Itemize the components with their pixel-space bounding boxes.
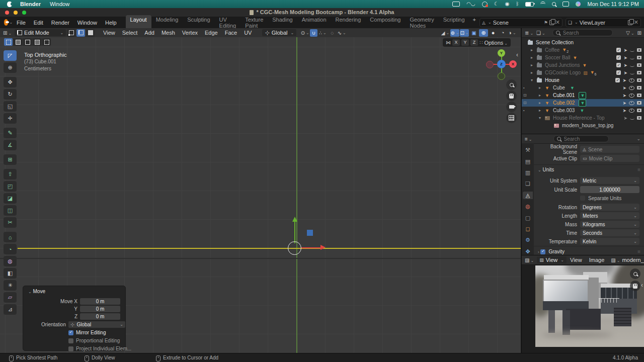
menu-view[interactable]: View <box>100 30 119 36</box>
rotate-tool[interactable]: ↻ <box>4 89 17 100</box>
render-visibility-icon[interactable] <box>637 116 641 120</box>
camera-view-button[interactable] <box>506 102 517 112</box>
pivot-point-button[interactable]: ⊙⌄ <box>300 29 309 37</box>
render-visibility-icon[interactable] <box>637 86 641 89</box>
select-invert-button[interactable] <box>33 38 41 46</box>
vertex-select-button[interactable] <box>67 29 75 37</box>
exclude-checkbox[interactable]: ✓ <box>616 70 621 75</box>
shrink-fatten-tool[interactable]: ✳ <box>4 280 17 291</box>
select-set-button[interactable] <box>4 38 13 46</box>
outliner-row-cgcookie-logo[interactable]: ▸ CGCookie Logo ▨▼6 ✓➤ <box>522 69 644 76</box>
gizmo-x-neg-ball[interactable] <box>486 61 494 68</box>
select-extend-button[interactable] <box>14 38 22 46</box>
temperature-dropdown[interactable]: Kelvin⌄ <box>580 238 639 245</box>
gizmo-y-neg-ball[interactable] <box>498 72 505 80</box>
menu-vertex[interactable]: Vertex <box>179 30 201 36</box>
tab-geometry-nodes[interactable]: Geometry Nodes <box>405 15 438 30</box>
screen-record-icon[interactable] <box>482 2 488 7</box>
unlink-scene-icon[interactable]: ✕ <box>555 19 560 26</box>
move-gizmo-plane-handle[interactable] <box>307 230 313 236</box>
tab-shading[interactable]: Shading <box>268 15 297 30</box>
outliner-row-soccer-ball[interactable]: ▸ Soccer Ball ▼ ✓➤ <box>522 54 644 61</box>
control-center-icon[interactable] <box>576 2 581 7</box>
shading-rendered-button[interactable]: ◑⌄ <box>508 29 517 37</box>
menu-render[interactable]: Render <box>47 20 73 26</box>
move-tool[interactable]: ✥ <box>4 77 17 87</box>
selectable-icon[interactable]: ➤ <box>622 85 626 90</box>
display-mode-icon[interactable]: ❏⌄ <box>536 30 545 36</box>
unit-scale-field[interactable]: 1.000000 <box>580 186 639 193</box>
image-pan-button[interactable] <box>630 281 640 291</box>
tab-modeling[interactable]: Modeling <box>151 15 183 30</box>
move-panel-header[interactable]: ⌄ Move <box>23 286 125 295</box>
blender-logo-icon[interactable] <box>4 19 8 26</box>
render-visibility-icon[interactable] <box>637 56 641 59</box>
menu-window[interactable]: Window <box>73 20 101 26</box>
selectable-icon[interactable]: ➤ <box>623 70 627 75</box>
ortho-toggle-button[interactable] <box>506 113 517 123</box>
filter-icon[interactable]: ▽⌄ <box>626 30 634 36</box>
show-gizmo-button[interactable]: ◢⌄ <box>441 29 450 37</box>
separate-units-toggle[interactable]: Separate Units <box>580 194 621 202</box>
mirror-x-button[interactable]: X <box>452 39 460 46</box>
select-subtract-button[interactable] <box>23 38 32 46</box>
outliner-row-cube[interactable]: • ▸▼ Cube ▼ ➤ <box>522 84 644 92</box>
selectable-icon[interactable]: ➤ <box>623 63 627 68</box>
tab-uv-editing[interactable]: UV Editing <box>215 15 241 30</box>
app-menu-blender[interactable]: Blender <box>20 1 41 7</box>
tab-animation[interactable]: Animation <box>297 15 331 30</box>
render-visibility-icon[interactable] <box>637 71 641 74</box>
gizmo-z-axis-ball[interactable]: Z <box>497 60 506 68</box>
menu-edit[interactable]: Edit <box>30 20 47 26</box>
outliner-editor-icon[interactable]: ≣⌄ <box>525 30 533 36</box>
selectable-icon[interactable]: ➤ <box>623 55 627 60</box>
unit-system-dropdown[interactable]: Metric⌄ <box>580 177 639 184</box>
loop-cut-tool[interactable]: ◫ <box>4 205 17 216</box>
move-gizmo-x-axis[interactable] <box>301 247 321 248</box>
tab-sculpting[interactable]: Sculpting <box>183 15 214 30</box>
mass-dropdown[interactable]: Kilograms⌄ <box>580 221 639 228</box>
move-y-field[interactable]: 0 m <box>80 306 120 312</box>
shading-wireframe-button[interactable]: ⊕ <box>479 29 488 37</box>
length-dropdown[interactable]: Meters⌄ <box>580 212 639 219</box>
hide-icon[interactable] <box>630 64 634 67</box>
move-z-field[interactable]: 0 m <box>80 313 120 320</box>
shear-tool[interactable]: ▱ <box>4 292 17 303</box>
options-dropdown[interactable]: Options⌄ <box>484 40 508 46</box>
move-gizmo-y-axis[interactable] <box>294 221 295 243</box>
outliner-row-cube-003[interactable]: • ▸▼ Cube.003 ▼ ➤ <box>522 107 644 114</box>
mirror-editing-toggle[interactable]: Mirror Editing <box>68 329 171 336</box>
rotation-dropdown[interactable]: Degrees⌄ <box>580 204 639 211</box>
show-overlays-button[interactable]: ⊚⌄ <box>450 29 459 37</box>
measure-tool[interactable]: ∡ <box>4 140 17 150</box>
image-mode-dropdown[interactable]: ▨View⌄ <box>537 256 567 263</box>
navigation-gizmo[interactable]: Y X Z <box>482 47 520 85</box>
pin-icon[interactable]: ⚑ <box>544 20 548 25</box>
menu-edge[interactable]: Edge <box>201 30 221 36</box>
render-visibility-icon[interactable] <box>637 78 641 82</box>
zoom-view-button[interactable] <box>506 79 517 90</box>
hide-icon[interactable] <box>630 56 634 59</box>
spin-tool[interactable]: ◔ <box>4 244 17 254</box>
copy-scene-icon[interactable] <box>549 20 554 25</box>
outliner-row-cube-001[interactable]: ⊡ ▸▼ Cube.001 ▼ ➤ <box>522 92 644 99</box>
image-editor-icon[interactable]: ▨⌄ <box>525 257 534 263</box>
knife-tool[interactable]: ✂ <box>4 217 17 228</box>
editor-type-icon[interactable]: ⊞⌄ <box>3 30 12 36</box>
render-visibility-icon[interactable] <box>637 94 641 97</box>
xray-toggle-button[interactable]: ⊡⌄ <box>460 29 469 37</box>
image-zoom-button[interactable] <box>630 268 640 279</box>
scene-selector[interactable]: ◬⌄ Scene ⚑ ✕ <box>479 18 562 27</box>
stage-manager-icon[interactable] <box>562 2 569 7</box>
selectable-icon[interactable]: ➤ <box>623 48 627 53</box>
selectable-icon[interactable]: ➤ <box>622 78 626 83</box>
inset-faces-tool[interactable]: ◰ <box>4 181 17 192</box>
orientation-dropdown[interactable]: ⊹Global⌄ <box>68 321 125 328</box>
menu-uv[interactable]: UV <box>240 30 255 36</box>
render-visibility-icon[interactable] <box>637 101 641 105</box>
edge-slide-tool[interactable]: ◧ <box>4 268 17 279</box>
extrude-region-tool[interactable]: ⇧ <box>4 169 17 179</box>
image-name-text[interactable]: modern_house_top.jpg <box>622 257 644 263</box>
viewlayer-selector[interactable]: ❏⌄ ViewLayer ✕ <box>566 18 641 27</box>
snap-target-button[interactable]: ∴⌄ <box>318 29 327 37</box>
